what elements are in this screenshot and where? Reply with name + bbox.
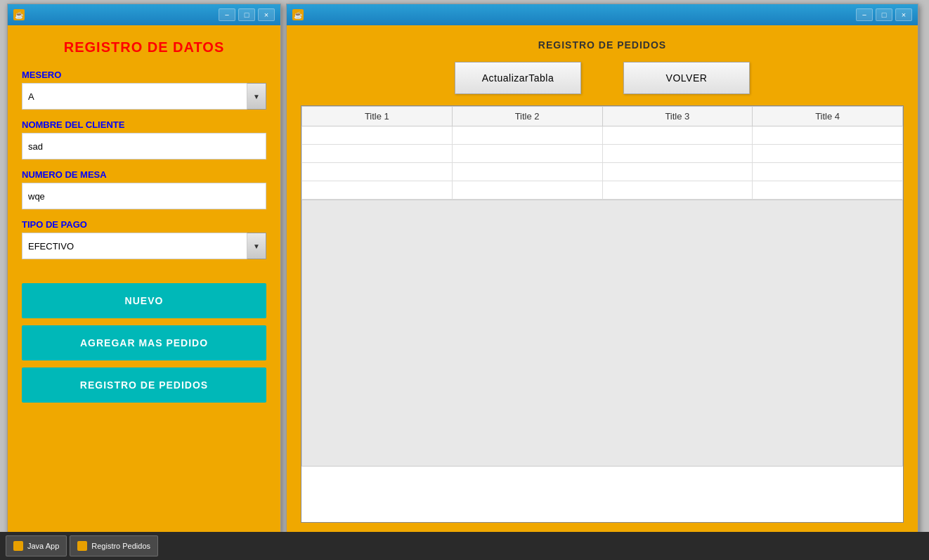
- table-row: [302, 181, 903, 200]
- cell: [302, 181, 453, 200]
- cell: [302, 163, 453, 181]
- cell: [753, 145, 903, 163]
- left-window-icon: ☕: [13, 9, 25, 20]
- taskbar-label-left: Java App: [27, 542, 59, 550]
- cell: [302, 145, 453, 163]
- table-container: Title 1 Title 2 Title 3 Title 4: [301, 105, 904, 523]
- col-title1: Title 1: [302, 107, 453, 126]
- col-title3: Title 3: [602, 107, 753, 126]
- cell: [753, 163, 903, 181]
- cell: [602, 145, 753, 163]
- right-title-bar: ☕ − □ ×: [287, 4, 918, 25]
- cell: [302, 126, 453, 145]
- left-minimize-button[interactable]: −: [219, 8, 235, 21]
- volver-button[interactable]: VOLVER: [623, 62, 750, 94]
- right-minimize-button[interactable]: −: [856, 8, 873, 21]
- registro-button[interactable]: REGISTRO DE PEDIDOS: [22, 367, 266, 403]
- left-title-left: ☕: [13, 9, 29, 20]
- action-buttons-group: NUEVO AGREGAR MAS PEDIDO REGISTRO DE PED…: [22, 283, 266, 403]
- mesa-field-group: NUMERO DE MESA: [22, 169, 266, 209]
- right-window-content: REGISTRO DE PEDIDOS ActualizarTabla VOLV…: [287, 25, 918, 537]
- pago-label: TIPO DE PAGO: [22, 219, 266, 230]
- actualizar-tabla-button[interactable]: ActualizarTabla: [455, 62, 581, 94]
- table-header: Title 1 Title 2 Title 3 Title 4: [302, 107, 903, 126]
- pedidos-table: Title 1 Title 2 Title 3 Title 4: [301, 106, 903, 200]
- right-maximize-button[interactable]: □: [876, 8, 892, 21]
- col-title2: Title 2: [452, 107, 602, 126]
- table-row: [302, 126, 903, 145]
- left-window-content: REGISTRO DE DATOS MESERO A B C ▼ NOMBRE …: [8, 25, 280, 533]
- taskbar-icon-right: [77, 541, 87, 551]
- agregar-button[interactable]: AGREGAR MAS PEDIDO: [22, 325, 266, 360]
- left-close-button[interactable]: ×: [258, 8, 275, 21]
- taskbar-item-right[interactable]: Registro Pedidos: [70, 535, 158, 556]
- table-body: [302, 126, 903, 200]
- cliente-label: NOMBRE DEL CLIENTE: [22, 119, 266, 130]
- pago-field-group: TIPO DE PAGO EFECTIVO TARJETA TRANSFEREN…: [22, 219, 266, 259]
- taskbar-label-right: Registro Pedidos: [91, 542, 150, 550]
- cell: [452, 145, 602, 163]
- table-row: [302, 145, 903, 163]
- right-title-left: ☕: [292, 9, 308, 20]
- left-title-bar: ☕ − □ ×: [8, 4, 280, 25]
- cliente-input[interactable]: [22, 133, 266, 159]
- right-window-icon: ☕: [292, 9, 304, 20]
- left-maximize-button[interactable]: □: [238, 8, 255, 21]
- left-title-buttons: − □ ×: [219, 8, 275, 21]
- cliente-field-group: NOMBRE DEL CLIENTE: [22, 119, 266, 159]
- mesa-label: NUMERO DE MESA: [22, 169, 266, 180]
- mesero-field-group: MESERO A B C ▼: [22, 70, 266, 110]
- cell: [452, 163, 602, 181]
- mesero-select[interactable]: A B C: [22, 83, 266, 110]
- right-title-buttons: − □ ×: [856, 8, 912, 21]
- left-main-title: REGISTRO DE DATOS: [22, 39, 266, 56]
- right-window: ☕ − □ × REGISTRO DE PEDIDOS ActualizarTa…: [286, 4, 918, 538]
- pago-select[interactable]: EFECTIVO TARJETA TRANSFERENCIA: [22, 233, 266, 259]
- table-row: [302, 163, 903, 181]
- cell: [602, 163, 753, 181]
- col-title4: Title 4: [753, 107, 903, 126]
- left-window: ☕ − □ × REGISTRO DE DATOS MESERO A B C ▼: [7, 4, 281, 534]
- cell: [753, 126, 903, 145]
- mesero-select-wrapper: A B C ▼: [22, 83, 266, 110]
- right-close-button[interactable]: ×: [895, 8, 912, 21]
- cell: [452, 181, 602, 200]
- table-empty-area: [301, 200, 903, 467]
- table-header-row: Title 1 Title 2 Title 3 Title 4: [302, 107, 903, 126]
- taskbar-icon-left: [13, 541, 23, 551]
- mesero-label: MESERO: [22, 70, 266, 80]
- taskbar-item-left[interactable]: Java App: [6, 535, 67, 556]
- pedidos-action-buttons: ActualizarTabla VOLVER: [301, 62, 904, 94]
- cell: [452, 126, 602, 145]
- pago-select-wrapper: EFECTIVO TARJETA TRANSFERENCIA ▼: [22, 233, 266, 259]
- mesa-input[interactable]: [22, 183, 266, 209]
- cell: [602, 181, 753, 200]
- taskbar: Java App Registro Pedidos: [0, 532, 929, 560]
- cell: [602, 126, 753, 145]
- pedidos-main-title: REGISTRO DE PEDIDOS: [301, 39, 904, 51]
- cell: [753, 181, 903, 200]
- nuevo-button[interactable]: NUEVO: [22, 283, 266, 318]
